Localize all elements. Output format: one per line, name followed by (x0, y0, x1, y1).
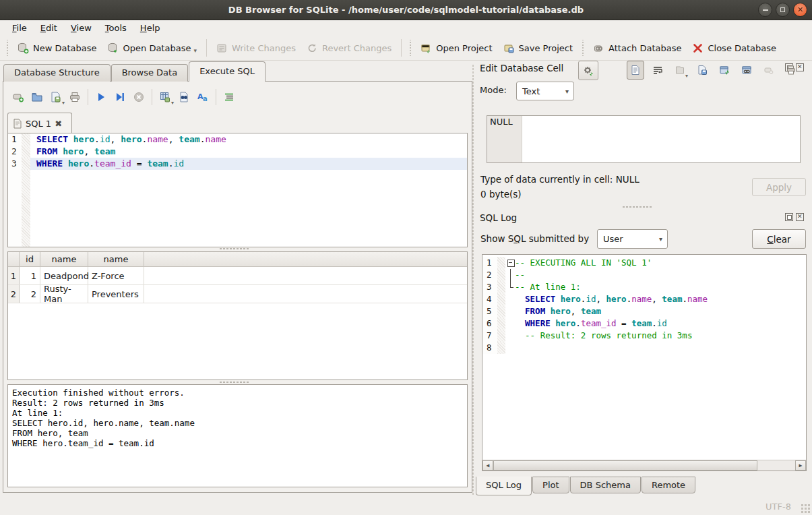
save-as-icon (697, 65, 708, 75)
attach-database-button[interactable]: Attach Database (588, 39, 687, 57)
dock-splitter[interactable] (622, 206, 652, 208)
float-panel-icon[interactable] (785, 213, 793, 221)
auto-switch-mode-button[interactable] (578, 61, 598, 80)
close-database-button[interactable]: Close Database (687, 39, 782, 57)
tab-browse-data[interactable]: Browse Data (111, 64, 189, 82)
sql-log-hscrollbar[interactable]: ◀ ▶ (482, 460, 806, 471)
save-sql-file-icon (50, 91, 62, 103)
sql-file-tab[interactable]: SQL 1 ✖ (7, 113, 72, 133)
apply-button[interactable]: Apply (752, 178, 806, 196)
row-header[interactable]: 2 (8, 285, 20, 303)
cell-value-editor[interactable]: NULL (487, 115, 801, 163)
fold-guide (505, 281, 515, 293)
window-titlebar[interactable]: DB Browser for SQLite - /home/user/code/… (0, 0, 812, 20)
save-as-button[interactable] (693, 61, 711, 80)
menu-tools[interactable]: Tools (98, 22, 133, 34)
toolbar-drag-handle[interactable] (408, 40, 412, 56)
menu-help[interactable]: Help (133, 22, 167, 34)
results-message-splitter[interactable] (219, 381, 249, 384)
revert-changes-button[interactable]: Revert Changes (301, 39, 397, 57)
word-wrap-button[interactable] (649, 61, 666, 80)
status-bar: UTF-8 (0, 497, 812, 515)
open-project-button[interactable]: Open Project (415, 39, 497, 57)
log-line: 1-- EXECUTING ALL IN 'SQL 1' (482, 257, 806, 269)
menu-view[interactable]: View (64, 22, 98, 34)
table-cell[interactable]: Preventers (88, 285, 144, 303)
table-row[interactable]: 11DeadpondZ-Force (8, 267, 467, 285)
mode-select[interactable]: Text ▾ (516, 82, 574, 100)
results-grid[interactable]: idnamename11DeadpondZ-Force22Rusty-ManPr… (7, 251, 468, 380)
clear-log-button[interactable]: Clear (752, 229, 806, 249)
sql-editor[interactable]: 1SELECT hero.id, hero.name, team.name2FR… (7, 133, 468, 247)
print-button[interactable] (65, 88, 84, 107)
format-sql-button[interactable]: Aa (193, 88, 212, 107)
open-sql-file-button[interactable] (28, 88, 46, 107)
editor-results-splitter[interactable] (219, 247, 249, 250)
cell-value-area[interactable] (522, 116, 800, 162)
tab-sql-log[interactable]: SQL Log (476, 477, 532, 495)
scroll-left-icon[interactable]: ◀ (482, 460, 493, 471)
editor-line[interactable]: 2FROM hero, team (8, 146, 467, 158)
tab-db-schema[interactable]: DB Schema (570, 477, 641, 493)
open-database-dropdown-icon[interactable]: ▾ (193, 47, 197, 54)
table-cell[interactable]: Deadpond (40, 267, 88, 284)
save-results-dropdown-icon[interactable]: ▾ (171, 100, 174, 106)
code-text: WHERE hero.team_id = team.id (30, 158, 467, 170)
text-mode-button[interactable] (627, 61, 644, 80)
table-cell[interactable]: 2 (20, 285, 40, 303)
sql-log-title: SQL Log (480, 212, 517, 223)
print-cell-button[interactable] (782, 61, 800, 80)
toolbar-drag-handle[interactable] (581, 40, 585, 56)
import-data-button[interactable]: ▾ (671, 61, 689, 80)
new-sql-tab-button[interactable] (9, 88, 28, 107)
column-header-name[interactable]: name (40, 252, 88, 266)
sql-log-view[interactable]: 1-- EXECUTING ALL IN 'SQL 1'2--3-- At li… (482, 254, 807, 471)
write-changes-button[interactable]: Write Changes (211, 39, 301, 57)
tab-plot[interactable]: Plot (532, 477, 569, 493)
set-null-button[interactable] (760, 61, 778, 80)
sql-log-filter-select[interactable]: User ▾ (597, 229, 668, 249)
indent-button[interactable] (220, 88, 239, 107)
save-sql-file-button[interactable]: ▾ (46, 88, 65, 107)
column-header-id[interactable]: id (20, 252, 40, 266)
editor-line[interactable]: 1SELECT hero.id, hero.name, team.name (8, 133, 467, 146)
table-cell[interactable]: Rusty-Man (40, 285, 88, 303)
save-results-button[interactable]: ▾ (156, 88, 175, 107)
row-header[interactable]: 1 (8, 267, 20, 284)
resize-grip[interactable] (801, 504, 810, 513)
stop-button[interactable] (129, 88, 148, 107)
new-database-button[interactable]: New Database (12, 39, 102, 57)
scrollbar-track[interactable] (757, 460, 795, 471)
tab-execute-sql[interactable]: Execute SQL (189, 61, 266, 82)
close-panel-icon[interactable] (796, 213, 804, 221)
table-row[interactable]: 22Rusty-ManPreventers (8, 285, 467, 303)
find-replace-button[interactable] (175, 88, 193, 107)
line-number: 7 (482, 330, 497, 342)
table-cell[interactable]: Z-Force (88, 267, 144, 284)
export-button[interactable] (716, 61, 733, 80)
scroll-right-icon[interactable]: ▶ (795, 460, 806, 471)
minimize-button[interactable] (758, 3, 772, 17)
tab-database-structure[interactable]: Database Structure (3, 64, 111, 82)
menu-file[interactable]: File (5, 22, 34, 34)
scrollbar-thumb[interactable] (493, 460, 757, 471)
close-button[interactable]: ✕ (793, 3, 807, 17)
link-button[interactable] (738, 61, 755, 80)
editor-line[interactable]: 3WHERE hero.team_id = team.id (8, 158, 467, 170)
tab-remote[interactable]: Remote (642, 477, 695, 493)
code-text (30, 170, 467, 247)
execute-all-button[interactable] (92, 88, 111, 107)
table-cell[interactable]: 1 (20, 267, 40, 284)
maximize-button[interactable] (776, 3, 790, 17)
grid-corner[interactable] (8, 252, 20, 266)
toolbar-drag-handle[interactable] (5, 40, 9, 56)
fold-collapse-icon[interactable] (505, 257, 515, 269)
execute-current-line-button[interactable] (111, 88, 129, 107)
execution-message-panel: Execution finished without errors. Resul… (7, 384, 468, 487)
menu-edit[interactable]: Edit (34, 22, 64, 34)
save-project-button[interactable]: Save Project (498, 39, 579, 57)
column-header-name[interactable]: name (88, 252, 144, 266)
close-sql-tab-icon[interactable]: ✖ (55, 119, 62, 129)
open-database-button[interactable]: Open Database ▾ (102, 39, 202, 57)
save-sql-dropdown-icon[interactable]: ▾ (62, 100, 65, 106)
